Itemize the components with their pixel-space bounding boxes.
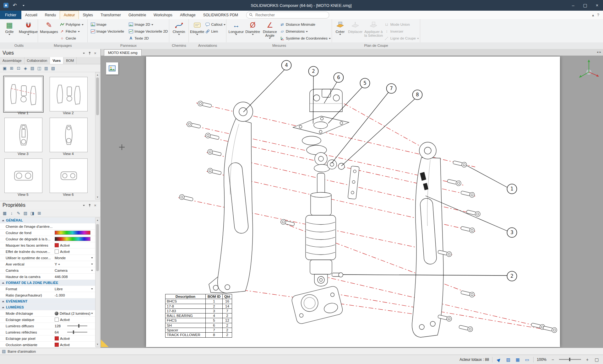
grille-button[interactable]: ▦ Grille <box>1 20 18 35</box>
view-grid-icon[interactable]: ▥ <box>43 65 49 71</box>
tab-affichage[interactable]: Affichage <box>176 11 199 19</box>
chevron-down-icon[interactable] <box>91 313 93 314</box>
pin-icon[interactable] <box>87 202 92 208</box>
scroll-down-icon[interactable]: ▾ <box>95 195 100 199</box>
prop-row-camera[interactable]: Caméra Camera <box>0 267 95 274</box>
search-box[interactable] <box>246 12 329 19</box>
view-thumbnail-6[interactable] <box>50 158 88 193</box>
balloon-4[interactable]: 4 <box>243 61 291 112</box>
edit-property-icon[interactable]: ✎ <box>16 210 21 216</box>
tab-auteur[interactable]: Auteur <box>60 11 79 19</box>
checkbox[interactable] <box>55 318 59 322</box>
keyframe-indicator[interactable] <box>55 343 59 347</box>
filter-icon[interactable]: ◨ <box>30 210 35 216</box>
bom-table[interactable]: DescriptionBOM IDQté BHCS116 17-8214 17-… <box>165 294 232 338</box>
view-thumbnail-2[interactable] <box>50 77 88 111</box>
image-vectorielle-button[interactable]: Image Vectorielle <box>90 28 125 35</box>
section-format-zone-publiee[interactable]: FORMAT DE LA ZONE PUBLIÉE <box>0 280 95 286</box>
keyframe-indicator[interactable] <box>55 243 59 247</box>
tab-geometrie[interactable]: Géométrie <box>125 11 150 19</box>
bottom-clamp-part[interactable] <box>291 285 344 325</box>
creer-button[interactable]: Créer <box>333 20 347 35</box>
prop-row-couleur-fond[interactable]: Couleur de fond <box>0 230 95 236</box>
zoom-in-icon[interactable]: + <box>584 356 590 363</box>
prop-row-occlusion[interactable]: Occlusion ambiante Activé <box>0 342 95 348</box>
tab-transformer[interactable]: Transformer <box>97 11 125 19</box>
drawing-page[interactable]: 4 2 6 <box>146 56 560 347</box>
chevron-down-icon[interactable] <box>91 264 93 265</box>
scroll-up-icon[interactable]: ▴ <box>95 72 100 77</box>
callout-button[interactable]: Callout <box>204 21 226 28</box>
right-arm-part[interactable] <box>412 142 443 337</box>
image-2d-button[interactable]: Image 2D <box>128 21 169 28</box>
balloon-8[interactable]: 8 <box>341 90 422 166</box>
mount-plate-part[interactable] <box>293 116 349 134</box>
close-panel-icon[interactable]: × <box>92 202 98 208</box>
lower-clevis-part[interactable] <box>314 273 343 286</box>
prop-row-hauteur-camera[interactable]: Hauteur de la caméra 446.008 <box>0 274 95 280</box>
tab-fichier[interactable]: Fichier <box>0 11 21 19</box>
create-view-icon[interactable]: ▣ <box>2 65 8 71</box>
pin-icon[interactable] <box>87 50 92 56</box>
view-preview-icon[interactable] <box>106 62 118 75</box>
prop-row-lumieres-reflechies[interactable]: Lumières réfléchies 64 <box>0 329 95 335</box>
props-scrollbar[interactable]: ▴ ▾ <box>95 217 100 347</box>
view-thumbnail-3[interactable] <box>4 118 42 152</box>
close-button[interactable]: × <box>591 1 603 10</box>
view-options-icon[interactable]: ▧ <box>50 65 56 71</box>
help-icon[interactable]: ? <box>597 13 599 17</box>
balloon-1[interactable]: 1 <box>466 165 517 194</box>
scroll-up-icon[interactable]: ▴ <box>95 218 100 222</box>
grid-toggle-icon[interactable]: ▦ <box>514 356 521 363</box>
color-gradient-swatch[interactable] <box>55 237 90 241</box>
etiquette-button[interactable]: Etiquette <box>190 20 204 35</box>
prop-row-systeme-coordonnees[interactable]: Utiliser le système de coor... Monde <box>0 255 95 261</box>
viewport[interactable]: 4 2 6 <box>101 56 603 348</box>
collapse-ribbon-icon[interactable]: ▴ <box>592 13 594 17</box>
marquages-button[interactable]: ✎ Marquages <box>39 20 59 34</box>
paper-mode-icon[interactable]: ▭ <box>524 356 530 363</box>
texte-2d-button[interactable]: A Texte 2D <box>128 35 169 42</box>
scroll-down-icon[interactable]: ▾ <box>95 342 100 346</box>
maximize-button[interactable]: ▢ <box>579 1 591 10</box>
tab-scroll-right-icon[interactable]: ▸ <box>600 50 601 54</box>
tab-bom[interactable]: BOM <box>63 57 77 64</box>
view-thumbnail-4[interactable] <box>50 118 88 152</box>
dimensions-button[interactable]: ▱ Dimensions <box>279 28 332 35</box>
minimize-button[interactable]: – <box>567 1 579 10</box>
section-evenement[interactable]: EVÈNEMENT <box>0 298 95 304</box>
prop-row-masquer-faces[interactable]: Masquer les faces arrières Activé <box>0 242 95 249</box>
distance-minimale-button[interactable]: ⇄ Distance Minimale <box>279 21 332 28</box>
chevron-down-icon[interactable] <box>91 288 93 290</box>
tab-accueil[interactable]: Accueil <box>21 11 41 19</box>
tab-rendu[interactable]: Rendu <box>41 11 60 19</box>
view-thumbnail-1[interactable] <box>4 77 42 111</box>
tab-assemblage[interactable]: Assemblage <box>0 57 24 64</box>
zoom-slider[interactable] <box>559 359 581 360</box>
tab-styles[interactable]: Styles <box>79 11 97 19</box>
custom-view-icon[interactable]: ◈ <box>23 65 28 71</box>
spacer-bearing-part[interactable] <box>327 160 345 169</box>
prop-row-ratio[interactable]: Ratio (largeur/hauteur) -1.000 <box>0 292 95 298</box>
chevron-down-icon[interactable] <box>91 257 93 259</box>
search-input[interactable] <box>255 13 326 18</box>
tab-vues[interactable]: Vues <box>50 57 63 64</box>
view-mode-icon[interactable]: ▤ <box>30 65 35 71</box>
prop-row-effet-trainee[interactable]: Effet de traînée du mouve... Activé <box>0 249 95 255</box>
chevron-down-icon[interactable] <box>91 270 93 271</box>
view-thumbnail-5[interactable] <box>4 158 42 193</box>
document-tab[interactable]: MOTO KNEE.smg <box>104 49 142 56</box>
zoom-out-icon[interactable]: − <box>550 356 556 363</box>
render-mode-icon[interactable]: ▨ <box>505 356 511 363</box>
tab-solidworks-pdm[interactable]: SOLIDWORKS PDM <box>199 11 242 19</box>
view-list-icon[interactable]: ◫ <box>36 65 42 71</box>
tab-workshops[interactable]: Workshops <box>150 11 176 19</box>
lien-button[interactable]: Lien <box>204 28 226 35</box>
prop-row-eclairage-pixel[interactable]: Eclairage par pixel Activé <box>0 335 95 342</box>
systeme-coordonnees-button[interactable]: Système de Coordonnées <box>279 35 332 42</box>
pointer-mode-icon[interactable]: ▶ <box>494 355 503 364</box>
tab-scroll-left-icon[interactable]: ◂ <box>597 50 598 54</box>
tab-collaboration[interactable]: Collaboration <box>24 57 50 64</box>
fit-screen-icon[interactable]: ▢ <box>594 356 600 363</box>
longueur-button[interactable]: ↔ Longueur <box>228 20 245 35</box>
